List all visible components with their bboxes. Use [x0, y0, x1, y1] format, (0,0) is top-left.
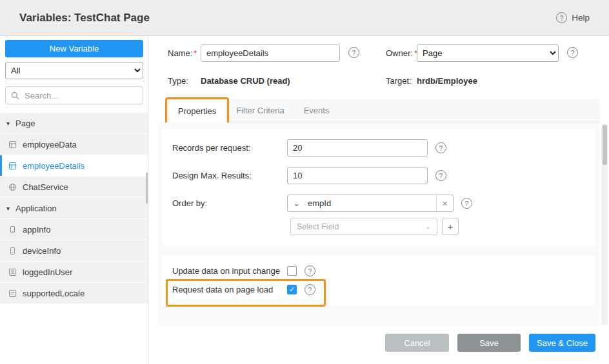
dialog-header: Variables: TestChat Page ? Help — [0, 0, 609, 36]
order-by-field-select[interactable]: Select Field ⌄ — [290, 218, 437, 235]
table-variable-icon — [8, 140, 17, 149]
design-max-results-label: Design Max. Results: — [172, 171, 287, 180]
order-by-dropdown-toggle-icon[interactable]: ⌄ — [288, 195, 305, 211]
table-variable-icon — [8, 162, 17, 170]
target-label: Target: — [386, 76, 412, 86]
tabs-bar: Properties Filter Criteria Events — [168, 99, 600, 122]
required-asterisk: * — [194, 48, 197, 58]
tab-events[interactable]: Events — [294, 99, 339, 122]
search-icon — [11, 91, 19, 100]
variables-dialog: { "header": { "title": "Variables: TestC… — [0, 0, 609, 364]
request-on-load-label: Request data on page load — [172, 285, 287, 294]
add-order-field-button[interactable]: + — [442, 218, 459, 235]
records-per-request-label: Records per request: — [172, 143, 287, 153]
target-value: hrdb/Employee — [417, 76, 477, 86]
tree-label: appInfo — [23, 225, 50, 235]
records-per-request-input[interactable] — [287, 139, 428, 157]
search-box[interactable] — [5, 86, 143, 104]
order-by-group: ⌄ × — [287, 195, 454, 212]
design-max-results-help-icon[interactable]: ? — [435, 170, 446, 181]
user-icon — [8, 268, 17, 276]
tree-item-loggedinuser[interactable]: loggedInUser — [0, 262, 148, 282]
name-help-icon[interactable]: ? — [348, 47, 359, 58]
type-value: Database CRUD (read) — [201, 76, 290, 86]
footer-actions: Cancel Save Save & Close — [385, 334, 595, 352]
new-variable-button[interactable]: New Variable — [5, 40, 143, 57]
caret-down-icon: ▾ — [6, 120, 10, 127]
chevron-down-icon: ⌄ — [425, 222, 431, 231]
tree-label: Application — [15, 204, 57, 213]
save-close-button[interactable]: Save & Close — [529, 334, 595, 352]
update-on-input-help-icon[interactable]: ? — [304, 265, 315, 276]
order-by-clear-icon[interactable]: × — [436, 195, 453, 211]
variable-filter-select[interactable]: All — [5, 62, 143, 79]
request-on-load-help-icon[interactable]: ? — [304, 284, 315, 295]
name-input[interactable] — [201, 44, 340, 62]
tree-item-supportedlocale[interactable]: supportedLocale — [0, 283, 148, 303]
design-max-results-input[interactable] — [287, 167, 428, 184]
order-by-label: Order by: — [172, 198, 287, 208]
search-input[interactable] — [23, 90, 137, 101]
tree-item-employeedetails[interactable]: employeeDetails — [0, 155, 148, 176]
owner-label: Owner:* — [386, 48, 417, 58]
caret-down-icon: ▾ — [6, 205, 10, 212]
help-label: Help — [572, 13, 590, 23]
globe-icon — [8, 183, 17, 191]
name-label: Name:* — [168, 48, 197, 58]
device-icon — [8, 225, 17, 234]
tree-item-employeedata[interactable]: employeeData — [0, 134, 148, 155]
help-icon: ? — [556, 12, 567, 23]
save-button[interactable]: Save — [457, 334, 521, 352]
vertical-scrollbar[interactable] — [601, 124, 608, 325]
main-panel: Name:* ? Owner:* Page ? Type: Database C… — [149, 36, 609, 364]
tree-item-chatservice[interactable]: ChatService — [0, 177, 148, 197]
update-on-input-label: Update data on input change — [172, 266, 287, 276]
order-by-help-icon[interactable]: ? — [461, 198, 472, 209]
tree-label: supportedLocale — [23, 289, 85, 298]
check-icon: ✓ — [289, 286, 295, 293]
device-icon — [8, 247, 17, 255]
sidebar: New Variable All ▾ Page employeeData emp… — [0, 36, 148, 364]
load-settings-card: Update data on input change ? Request da… — [162, 255, 595, 305]
update-on-input-checkbox[interactable] — [287, 266, 297, 276]
tab-properties[interactable]: Properties — [168, 99, 226, 122]
vertical-scrollbar-thumb[interactable] — [603, 125, 607, 165]
type-label: Type: — [168, 76, 188, 86]
cancel-button[interactable]: Cancel — [385, 334, 449, 352]
order-by-field-placeholder: Select Field — [297, 222, 339, 231]
tree-group-application[interactable]: ▾ Application — [0, 198, 148, 218]
tree-label: ChatService — [23, 182, 68, 192]
variable-tree: ▾ Page employeeData employeeDetails Chat… — [0, 113, 148, 303]
owner-help-icon[interactable]: ? — [567, 47, 578, 58]
locale-icon — [8, 289, 17, 298]
tree-label: employeeDetails — [23, 161, 85, 171]
page-title: Variables: TestChat Page — [19, 12, 150, 24]
request-settings-card: Records per request: ? Design Max. Resul… — [162, 129, 595, 245]
tab-filter-criteria[interactable]: Filter Criteria — [226, 99, 294, 122]
tree-label: Page — [15, 119, 35, 128]
owner-select[interactable]: Page — [417, 44, 559, 62]
tree-label: deviceInfo — [23, 246, 61, 256]
tree-item-deviceinfo[interactable]: deviceInfo — [0, 240, 148, 261]
tree-group-page[interactable]: ▾ Page — [0, 113, 148, 133]
help-button[interactable]: ? Help — [556, 12, 590, 23]
tree-label: loggedInUser — [23, 267, 72, 277]
sidebar-scrollbar-thumb[interactable] — [146, 173, 148, 204]
tree-item-appinfo[interactable]: appInfo — [0, 219, 148, 240]
records-per-request-help-icon[interactable]: ? — [435, 142, 446, 153]
request-on-load-checkbox[interactable]: ✓ — [287, 285, 297, 294]
tree-label: employeeData — [23, 140, 77, 149]
order-by-input[interactable] — [305, 195, 436, 211]
properties-panel: Records per request: ? Design Max. Resul… — [158, 122, 599, 326]
